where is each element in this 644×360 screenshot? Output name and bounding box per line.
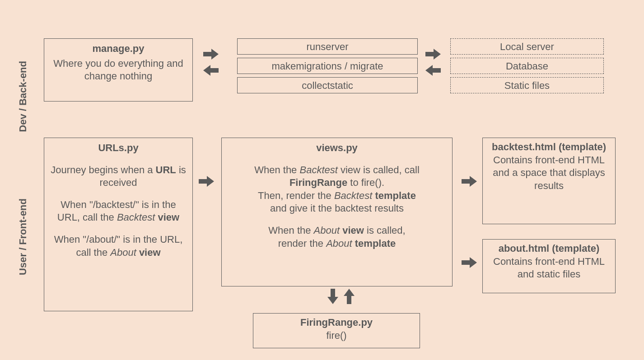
arrow-right-icon (462, 257, 477, 268)
urls-p3: When "/about/" is in the URL, call the A… (49, 233, 188, 259)
box-title: about.html (template) (486, 242, 611, 255)
views-l5: When the About view is called, (226, 224, 448, 237)
views-l2: FiringRange to fire(). (226, 176, 448, 189)
urls-p2: When "/backtest/" is in the URL, call th… (49, 198, 188, 224)
box-body: Contains front-end HTML and a space that… (486, 154, 611, 193)
views-l1: When the Backtest view is called, call (226, 164, 448, 177)
box-static-files: Static files (450, 77, 604, 93)
arrow-up-icon (344, 289, 355, 304)
box-views-py: views.py When the Backtest view is calle… (221, 138, 453, 286)
box-body: Where you do everything and change nothi… (49, 57, 188, 83)
box-migrate: makemigrations / migrate (237, 58, 418, 74)
arrow-left-icon (425, 65, 441, 76)
box-about-template: about.html (template) Contains front-end… (482, 239, 616, 293)
arrow-down-icon (327, 289, 338, 304)
box-manage-py: manage.py Where you do everything and ch… (44, 38, 193, 102)
box-title: FiringRange.py (256, 316, 417, 329)
box-runserver: runserver (237, 38, 418, 55)
arrow-right-icon (425, 49, 441, 60)
box-collectstatic: collectstatic (237, 77, 418, 93)
section-label-dev: Dev / Back-end (17, 61, 29, 132)
arrow-right-icon (203, 49, 219, 60)
box-backtest-template: backtest.html (template) Contains front-… (482, 138, 616, 224)
box-body: fire() (256, 329, 417, 342)
arrow-left-icon (203, 65, 219, 76)
views-l3: Then, render the Backtest template (226, 189, 448, 203)
section-label-user: User / Front-end (17, 198, 29, 275)
arrow-right-icon (199, 176, 214, 187)
box-title: views.py (226, 142, 448, 155)
arrow-right-icon (462, 176, 477, 187)
box-database: Database (450, 58, 604, 74)
urls-p1: Journey begins when a URL is received (49, 164, 188, 189)
box-urls-py: URLs.py Journey begins when a URL is rec… (44, 138, 193, 311)
views-l6: render the About template (226, 237, 448, 250)
box-title: manage.py (49, 42, 188, 55)
box-local-server: Local server (450, 38, 604, 55)
views-l4: and give it the backtest results (226, 202, 448, 215)
box-firingrange-py: FiringRange.py fire() (253, 313, 420, 348)
box-title: backtest.html (template) (486, 141, 611, 154)
box-title: URLs.py (49, 142, 188, 155)
box-body: Contains front-end HTML and static files (486, 255, 611, 281)
